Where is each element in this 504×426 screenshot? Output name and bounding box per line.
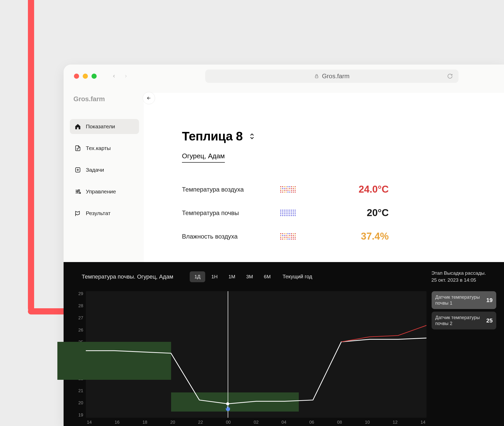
chart-panel: Температура почвы. Огурец, Адам 1Д 1Н 1М… bbox=[64, 262, 504, 426]
legend-name: Датчик температуры почвы 1 bbox=[435, 294, 483, 306]
svg-point-3 bbox=[77, 191, 78, 192]
metric-label: Влажность воздуха bbox=[182, 233, 280, 240]
browser-back-button[interactable] bbox=[112, 74, 116, 78]
metric-value: 24.0°C bbox=[306, 184, 389, 195]
metric-row-air-humidity: Влажность воздуха 37.4% bbox=[182, 225, 389, 248]
chevron-up-down-icon[interactable] bbox=[248, 133, 256, 140]
browser-url-text: Gros.farm bbox=[322, 73, 350, 80]
sidebar-item-indicators[interactable]: Показатели bbox=[70, 119, 139, 134]
legend-value: 25 bbox=[486, 317, 493, 324]
chart-stage-info: Этап Высадка рассады. 25 окт. 2023 в 14:… bbox=[431, 270, 486, 283]
svg-point-2 bbox=[78, 190, 79, 191]
sidebar-item-label: Результат bbox=[86, 210, 111, 216]
sidebar-item-label: Управление bbox=[86, 188, 116, 195]
flag-icon bbox=[74, 210, 81, 217]
metric-row-soil-temp: Температура почвы 20°C bbox=[182, 201, 389, 225]
browser-titlebar: Gros.farm bbox=[64, 65, 504, 88]
page-subtitle[interactable]: Огурец, Адам bbox=[182, 152, 225, 163]
dot-grid-icon bbox=[280, 186, 296, 193]
browser-forward-button[interactable] bbox=[124, 74, 128, 78]
range-1m[interactable]: 1М bbox=[224, 271, 240, 282]
maximize-window-button[interactable] bbox=[91, 74, 97, 79]
dot-grid-icon bbox=[280, 210, 296, 216]
dot-grid-icon bbox=[280, 233, 296, 240]
sidebar-item-label: Показатели bbox=[86, 123, 115, 130]
range-6m[interactable]: 6М bbox=[259, 271, 275, 282]
chart-area: 2928272625242322212019 14161820220002040… bbox=[71, 290, 496, 424]
lock-icon bbox=[314, 74, 319, 78]
plus-box-icon bbox=[74, 167, 81, 173]
sidebar-item-label: Задачи bbox=[86, 167, 104, 173]
metrics-list: Температура воздуха 24.0°C Температура п… bbox=[182, 178, 389, 248]
page-title: Теплица 8 bbox=[182, 129, 243, 143]
browser-url-bar[interactable]: Gros.farm bbox=[205, 69, 459, 83]
refresh-icon[interactable] bbox=[447, 73, 453, 79]
range-1d[interactable]: 1Д bbox=[190, 271, 205, 282]
sidebar-item-techcards[interactable]: Тех.карты bbox=[70, 141, 139, 156]
sidebar-item-result[interactable]: Результат bbox=[70, 206, 139, 221]
range-3m[interactable]: 3М bbox=[241, 271, 257, 282]
chart-x-axis: 14161820220002040608101214 bbox=[86, 420, 426, 425]
chart-header: Температура почвы. Огурец, Адам 1Д 1Н 1М… bbox=[64, 262, 504, 290]
chart-legend: Датчик температуры почвы 1 19 Датчик тем… bbox=[432, 291, 496, 329]
sidebar-item-tasks[interactable]: Задачи bbox=[70, 162, 139, 177]
legend-item-sensor-1[interactable]: Датчик температуры почвы 1 19 bbox=[432, 291, 496, 309]
stage-label: Этап Высадка рассады. bbox=[431, 270, 486, 277]
metric-label: Температура почвы bbox=[182, 209, 280, 217]
chart-title: Температура почвы. Огурец, Адам bbox=[82, 273, 173, 280]
minimize-window-button[interactable] bbox=[83, 74, 88, 79]
metric-row-air-temp: Температура воздуха 24.0°C bbox=[182, 178, 389, 201]
stage-timestamp: 25 окт. 2023 в 14:05 bbox=[431, 277, 486, 284]
decorative-frame-corner bbox=[28, 308, 69, 314]
range-current-year[interactable]: Текущий год bbox=[282, 274, 312, 280]
chart-plot[interactable] bbox=[86, 291, 426, 418]
range-1w[interactable]: 1Н bbox=[207, 271, 222, 282]
document-icon bbox=[74, 145, 81, 152]
metric-value: 20°C bbox=[306, 207, 389, 218]
svg-rect-0 bbox=[315, 76, 318, 78]
decorative-frame-vertical bbox=[28, 0, 34, 314]
sidebar-item-label: Тех.карты bbox=[86, 145, 111, 151]
sidebar-item-control[interactable]: Управление bbox=[70, 184, 139, 199]
metric-label: Температура воздуха bbox=[182, 186, 280, 193]
range-picker: 1Д 1Н 1М 3М 6М Текущий год bbox=[190, 271, 312, 282]
home-icon bbox=[74, 123, 81, 130]
legend-name: Датчик температуры почвы 2 bbox=[435, 315, 483, 326]
legend-item-sensor-2[interactable]: Датчик температуры почвы 2 25 bbox=[432, 312, 496, 329]
arrow-left-icon bbox=[146, 96, 151, 101]
metric-value: 37.4% bbox=[306, 231, 389, 242]
traffic-lights bbox=[74, 74, 97, 79]
sliders-icon bbox=[74, 188, 81, 195]
legend-value: 19 bbox=[486, 297, 493, 304]
back-button[interactable] bbox=[143, 92, 155, 104]
app-logo: Gros.farm bbox=[73, 95, 139, 103]
close-window-button[interactable] bbox=[74, 74, 79, 79]
